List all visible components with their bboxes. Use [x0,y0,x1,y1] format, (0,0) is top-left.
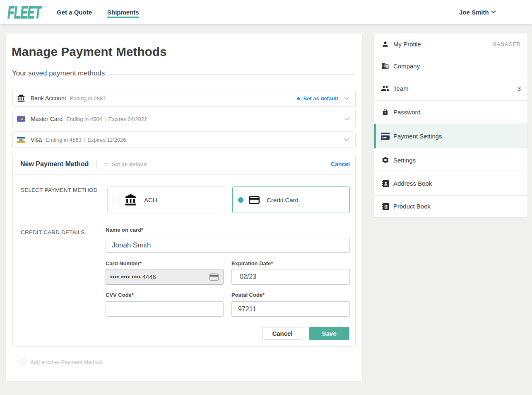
svg-text:VISA: VISA [19,139,24,141]
